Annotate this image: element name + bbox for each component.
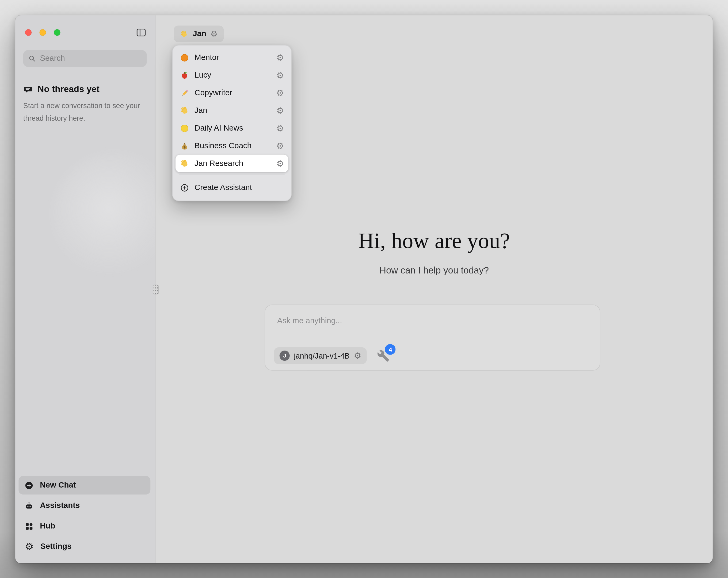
menu-item-lucy[interactable]: Lucy ⚙ [176, 66, 288, 84]
pencil-icon [180, 88, 189, 98]
menu-item-create-assistant[interactable]: Create Assistant [176, 177, 288, 198]
threads-empty-state: No threads yet Start a new conversation … [23, 84, 145, 125]
model-avatar: J [280, 351, 290, 361]
sidebar-item-settings[interactable]: ⚙ Settings [19, 537, 150, 556]
apple-icon [180, 70, 189, 80]
menu-item-jan-research[interactable]: Jan Research ⚙ [176, 155, 288, 172]
greeting-subtitle: How can I help you today? [155, 265, 712, 276]
greeting: Hi, how are you? How can I help you toda… [155, 228, 712, 276]
plus-circle-outline-icon [180, 183, 189, 193]
tools-count-badge: 4 [385, 344, 396, 355]
app-window: No threads yet Start a new conversation … [15, 15, 712, 563]
empty-state-title: No threads yet [38, 84, 100, 94]
hub-icon [24, 521, 34, 531]
sidebar-item-hub[interactable]: Hub [19, 517, 150, 535]
menu-item-daily-ai-news[interactable]: Daily AI News ⚙ [176, 119, 288, 137]
wave-icon [180, 106, 189, 115]
assistant-settings-icon[interactable]: ⚙ [276, 159, 284, 168]
current-assistant-name: Jan [192, 29, 206, 39]
sidebar-item-assistants[interactable]: Assistants [19, 496, 150, 515]
gear-icon[interactable]: ⚙ [211, 30, 217, 38]
wave-icon [180, 29, 189, 38]
search-input[interactable] [40, 54, 142, 63]
model-selector[interactable]: J janhq/Jan-v1-4B ⚙ [274, 347, 367, 364]
menu-item-mentor[interactable]: Mentor ⚙ [176, 49, 288, 66]
search-bar[interactable] [23, 50, 147, 67]
empty-state-subtitle: Start a new conversation to see your thr… [23, 100, 145, 125]
close-button[interactable] [25, 29, 31, 35]
sidebar-bottom-nav: New Chat Assistants [19, 476, 150, 556]
assistant-settings-icon[interactable]: ⚙ [276, 124, 284, 132]
desktop: No threads yet Start a new conversation … [0, 0, 728, 578]
menu-divider [179, 174, 285, 175]
assistant-settings-icon[interactable]: ⚙ [276, 141, 284, 150]
minimize-button[interactable] [40, 29, 46, 35]
assistant-menu: Mentor ⚙ Lucy ⚙ [172, 45, 292, 201]
composer-toolbar: J janhq/Jan-v1-4B ⚙ 4 [274, 347, 390, 364]
yellow-circle-icon [180, 123, 189, 133]
sidebar-toggle-icon[interactable] [136, 27, 147, 38]
zoom-button[interactable] [54, 29, 60, 35]
assistant-settings-icon[interactable]: ⚙ [276, 106, 284, 115]
sidebar-resize-handle[interactable] [153, 285, 159, 294]
assistant-settings-icon[interactable]: ⚙ [276, 71, 284, 80]
menu-item-business-coach[interactable]: $ Business Coach ⚙ [176, 137, 288, 155]
assistant-switcher-button[interactable]: Jan ⚙ [174, 25, 224, 42]
message-input[interactable] [265, 305, 600, 336]
plus-circle-icon [24, 480, 34, 490]
model-settings-icon[interactable]: ⚙ [354, 352, 361, 360]
menu-item-jan[interactable]: Jan ⚙ [176, 102, 288, 119]
tools-button[interactable]: 4 [377, 350, 390, 362]
traffic-lights [25, 29, 60, 35]
menu-item-copywriter[interactable]: Copywriter ⚙ [176, 84, 288, 102]
model-name: janhq/Jan-v1-4B [294, 351, 350, 360]
main-area: Jan ⚙ Mentor ⚙ [155, 15, 712, 563]
assistant-settings-icon[interactable]: ⚙ [276, 53, 284, 62]
gear-icon: ⚙ [24, 542, 34, 551]
composer[interactable]: J janhq/Jan-v1-4B ⚙ 4 [265, 304, 600, 370]
search-icon [28, 54, 36, 62]
assistants-icon [24, 501, 34, 510]
greeting-title: Hi, how are you? [155, 228, 712, 253]
chat-bubble-icon [23, 84, 33, 94]
svg-text:$: $ [183, 145, 186, 149]
sidebar: No threads yet Start a new conversation … [15, 15, 155, 563]
wave-icon [180, 159, 189, 168]
sidebar-item-new-chat[interactable]: New Chat [19, 476, 150, 495]
assistant-settings-icon[interactable]: ⚙ [276, 89, 284, 97]
orange-circle-icon [180, 53, 189, 62]
money-bag-icon: $ [180, 141, 189, 151]
